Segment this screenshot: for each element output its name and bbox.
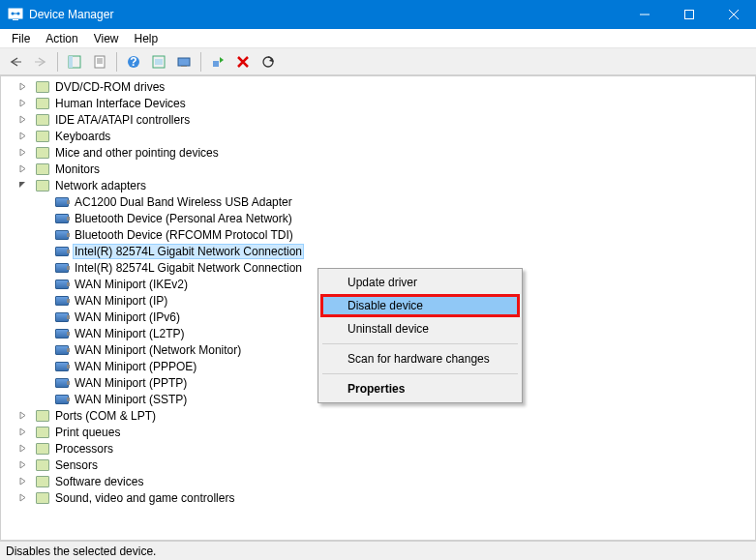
window-title: Device Manager bbox=[29, 8, 622, 21]
show-hidden-button[interactable] bbox=[147, 50, 170, 74]
forward-button[interactable] bbox=[29, 50, 52, 74]
uninstall-device-button[interactable] bbox=[231, 50, 255, 74]
statusbar: Disables the selected device. bbox=[0, 541, 756, 560]
svg-rect-1 bbox=[13, 19, 18, 20]
help-button[interactable]: ? bbox=[122, 50, 145, 74]
category-icon bbox=[35, 162, 50, 177]
expand-icon[interactable] bbox=[18, 444, 32, 453]
network-adapter-icon bbox=[54, 227, 70, 243]
context-menu-item[interactable]: Uninstall device bbox=[320, 317, 520, 340]
context-menu-item[interactable]: Disable device bbox=[320, 294, 520, 317]
tree-item-label: Mice and other pointing devices bbox=[53, 146, 221, 160]
tree-category[interactable]: Keyboards bbox=[7, 128, 755, 144]
menubar: File Action View Help bbox=[0, 29, 756, 48]
tree-category[interactable]: Processors bbox=[7, 440, 755, 457]
category-icon bbox=[35, 425, 50, 440]
tree-category[interactable]: Mice and other pointing devices bbox=[7, 144, 755, 161]
network-adapter-icon bbox=[54, 277, 70, 292]
tree-device[interactable]: Bluetooth Device (Personal Area Network) bbox=[7, 210, 755, 226]
tree-item-label: AC1200 Dual Band Wireless USB Adapter bbox=[73, 195, 294, 209]
menu-view[interactable]: View bbox=[86, 30, 127, 47]
svg-rect-14 bbox=[213, 61, 219, 67]
tree-item-label: Ports (COM & LPT) bbox=[53, 409, 158, 423]
tree-device[interactable]: Intel(R) 82574L Gigabit Network Connecti… bbox=[7, 243, 755, 259]
tree-device[interactable]: Bluetooth Device (RFCOMM Protocol TDI) bbox=[7, 226, 755, 243]
expand-icon[interactable] bbox=[18, 411, 32, 420]
context-menu-item[interactable]: Scan for hardware changes bbox=[320, 347, 520, 370]
tree-category[interactable]: Network adapters bbox=[7, 177, 755, 193]
category-icon bbox=[35, 129, 50, 144]
svg-rect-11 bbox=[155, 59, 163, 65]
expand-icon[interactable] bbox=[18, 460, 32, 469]
tree-item-label: Intel(R) 82574L Gigabit Network Connecti… bbox=[73, 261, 304, 275]
show-hide-console-tree-button[interactable] bbox=[63, 50, 86, 74]
context-menu-item[interactable]: Properties bbox=[320, 377, 520, 400]
menu-file[interactable]: File bbox=[4, 30, 38, 47]
tree-item-label: WAN Miniport (SSTP) bbox=[73, 393, 189, 406]
expand-icon[interactable] bbox=[18, 115, 32, 124]
category-icon bbox=[35, 474, 50, 489]
svg-rect-13 bbox=[181, 66, 187, 67]
tree-item-label: Monitors bbox=[53, 162, 102, 176]
scan-hardware-button[interactable] bbox=[257, 50, 280, 74]
toolbar-separator bbox=[200, 52, 201, 72]
tree-category[interactable]: Sensors bbox=[7, 457, 755, 473]
titlebar: Device Manager bbox=[0, 0, 756, 29]
tree-category[interactable]: Human Interface Devices bbox=[7, 95, 755, 111]
tree-category[interactable]: Monitors bbox=[7, 161, 755, 177]
category-icon bbox=[35, 178, 50, 193]
context-menu: Update driverDisable deviceUninstall dev… bbox=[318, 268, 523, 403]
category-icon bbox=[35, 145, 50, 161]
tree-item-label: WAN Miniport (IP) bbox=[73, 294, 169, 308]
svg-rect-6 bbox=[69, 56, 73, 68]
expand-icon[interactable] bbox=[18, 82, 32, 91]
tree-item-label: Human Interface Devices bbox=[53, 97, 188, 110]
collapse-icon[interactable] bbox=[18, 181, 32, 190]
tree-item-label: Print queues bbox=[53, 426, 122, 439]
tree-device[interactable]: AC1200 Dual Band Wireless USB Adapter bbox=[7, 193, 755, 210]
minimize-button[interactable] bbox=[622, 0, 667, 29]
category-icon bbox=[35, 96, 50, 111]
menu-action[interactable]: Action bbox=[38, 30, 85, 47]
tree-item-label: Sensors bbox=[53, 458, 100, 472]
update-driver-button[interactable] bbox=[172, 50, 196, 74]
enable-device-button[interactable] bbox=[206, 50, 229, 74]
tree-category[interactable]: DVD/CD-ROM drives bbox=[7, 78, 755, 95]
tree-item-label: IDE ATA/ATAPI controllers bbox=[53, 113, 192, 127]
expand-icon[interactable] bbox=[18, 164, 32, 173]
tree-category[interactable]: Ports (COM & LPT) bbox=[7, 407, 755, 424]
toolbar-separator bbox=[57, 52, 58, 72]
expand-icon[interactable] bbox=[18, 427, 32, 436]
expand-icon[interactable] bbox=[18, 148, 32, 157]
network-adapter-icon bbox=[54, 260, 70, 276]
close-button[interactable] bbox=[711, 0, 756, 29]
tree-category[interactable]: IDE ATA/ATAPI controllers bbox=[7, 111, 755, 128]
expand-icon[interactable] bbox=[18, 493, 32, 502]
tree-item-label: WAN Miniport (IPv6) bbox=[73, 310, 182, 324]
expand-icon[interactable] bbox=[18, 99, 32, 107]
network-adapter-icon bbox=[54, 375, 70, 391]
toolbar: ? bbox=[0, 48, 756, 75]
tree-category[interactable]: Sound, video and game controllers bbox=[7, 489, 755, 506]
network-adapter-icon bbox=[54, 293, 70, 309]
tree-item-label: Network adapters bbox=[53, 179, 148, 192]
context-menu-item[interactable]: Update driver bbox=[320, 271, 520, 294]
expand-icon[interactable] bbox=[18, 132, 32, 140]
properties-button[interactable] bbox=[88, 50, 111, 74]
app-icon bbox=[8, 7, 23, 22]
tree-item-label: Sound, video and game controllers bbox=[53, 491, 236, 505]
tree-item-label: WAN Miniport (PPTP) bbox=[73, 376, 189, 390]
menu-help[interactable]: Help bbox=[127, 30, 166, 47]
tree-category[interactable]: Software devices bbox=[7, 473, 755, 489]
expand-icon[interactable] bbox=[18, 477, 32, 486]
tree-item-label: Intel(R) 82574L Gigabit Network Connecti… bbox=[73, 244, 304, 259]
tree-item-label: WAN Miniport (Network Monitor) bbox=[73, 343, 243, 357]
category-icon bbox=[35, 112, 50, 128]
tree-item-label: Bluetooth Device (Personal Area Network) bbox=[73, 212, 294, 225]
back-button[interactable] bbox=[4, 50, 27, 74]
tree-category[interactable]: Print queues bbox=[7, 424, 755, 440]
maximize-button[interactable] bbox=[667, 0, 711, 29]
menu-separator bbox=[322, 343, 518, 344]
tree-item-label: WAN Miniport (IKEv2) bbox=[73, 278, 190, 291]
svg-text:?: ? bbox=[130, 55, 136, 69]
